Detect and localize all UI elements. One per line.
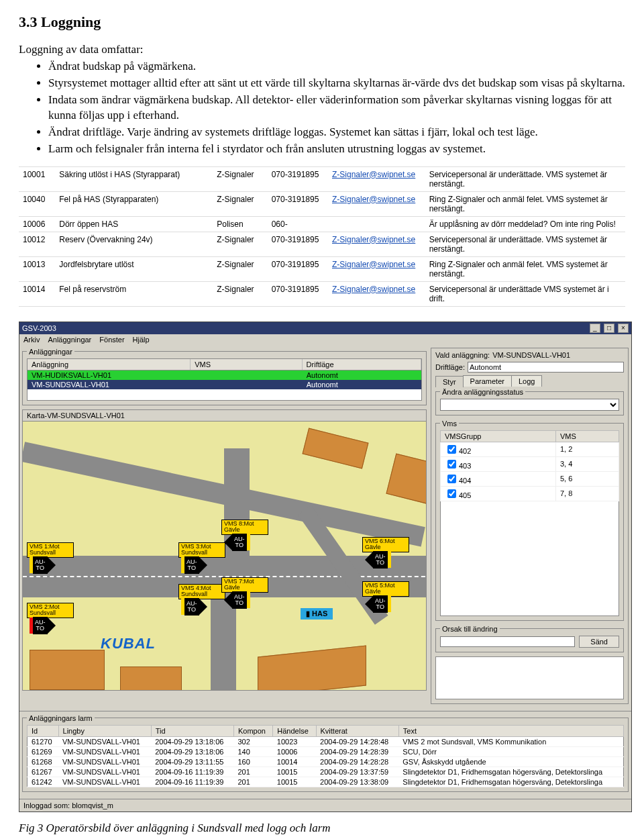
reason-legend: Orsak till ändring (440, 625, 500, 633)
vms-table[interactable]: VMSGruppVMS4021, 24033, 44045, 64057, 8 (440, 430, 619, 501)
alarm-log-row[interactable]: 61269VM-SUNDSVALL-VH012004-09-29 13:18:0… (28, 746, 624, 756)
column-header[interactable]: Anläggning (28, 359, 191, 370)
map-panel: Karta-VM-SUNDSVALL-VH01 KUBAL (22, 409, 427, 691)
reason-input[interactable] (440, 636, 575, 647)
column-header[interactable]: Tid (151, 725, 233, 736)
control-tabs: StyrParameterLogg (435, 375, 624, 387)
minimize-button[interactable]: _ (590, 324, 600, 333)
status-bar: Inloggad som: blomqvist_m (19, 799, 631, 811)
facilities-header: AnläggningVMSDriftläge (27, 358, 422, 371)
menu-item[interactable]: Arkiv (23, 336, 40, 344)
facility-row[interactable]: VM-HUDIKSVALL-VH01Autonomt (28, 371, 421, 380)
building (303, 428, 369, 469)
bullet-item: Styrsystemet mottager alltid efter att s… (48, 76, 625, 91)
alarm-row: 10012Reserv (Övervakning 24v)Z-Signaler0… (19, 232, 625, 256)
selected-label: Vald anläggning: (435, 351, 490, 359)
alarm-log-row[interactable]: 61242VM-SUNDSVALL-VH012004-09-16 11:19:3… (28, 777, 624, 787)
menu-item[interactable]: Anläggningar (48, 336, 91, 344)
column-header[interactable]: VMS (191, 359, 302, 370)
menu-bar: ArkivAnläggningarFönsterHjälp (19, 334, 631, 345)
vms-checkbox[interactable] (447, 460, 456, 469)
has-label: ▮ HAS (301, 608, 333, 620)
facilities-rows[interactable]: VM-HUDIKSVALL-VH01AutonomtVM-SUNDSVALL-V… (27, 371, 422, 401)
email-link[interactable]: Z-Signaler@swipnet.se (332, 195, 415, 204)
vms-row[interactable]: 4057, 8 (441, 486, 619, 501)
tab[interactable]: Styr (435, 376, 464, 387)
vms-sign[interactable]: AU- TO (365, 596, 391, 612)
column-header[interactable]: Id (28, 725, 59, 736)
email-link[interactable]: Z-Signaler@swipnet.se (332, 170, 415, 179)
maximize-button[interactable]: □ (604, 324, 614, 333)
email-link[interactable]: Z-Signaler@swipnet.se (332, 285, 415, 294)
tab[interactable]: Parameter (463, 375, 512, 387)
alarm-row: 10014Fel på reservströmZ-Signaler070-319… (19, 281, 625, 306)
vms-sign[interactable]: AU- TO (30, 618, 56, 634)
column-header[interactable]: VMS (556, 430, 619, 442)
section-heading: 3.3 Loggning (19, 13, 625, 31)
vms-legend: Vms (440, 420, 459, 428)
column-header[interactable]: Kompon (234, 725, 273, 736)
vms-sign[interactable]: AU- TO (365, 552, 391, 568)
mode-label: Driftläge: (435, 363, 465, 371)
menu-item[interactable]: Hjälp (133, 336, 150, 344)
vms-sign[interactable]: AU- TO (30, 557, 56, 573)
vms-sign[interactable]: AU- TO (181, 557, 207, 573)
vms-checkbox[interactable] (447, 445, 456, 454)
alarm-log-row[interactable]: 61268VM-SUNDSVALL-VH012004-09-29 13:11:5… (28, 756, 624, 767)
vms-label: VMS 1:Mot Sundsvall (27, 542, 74, 558)
alarm-row: 10013Jordfelsbrytare utlöstZ-Signaler070… (19, 256, 625, 281)
alarm-definitions-table: 10001Säkring utlöst i HAS (Styrapparat)Z… (19, 166, 625, 307)
alarms-panel: Anläggningars larm IdLingbyTidKomponHänd… (22, 714, 629, 792)
selected-facility-panel: Vald anläggning: VM-SUNDSVALL-VH01 Drift… (431, 348, 629, 704)
facilities-legend: Anläggningar (27, 348, 74, 356)
change-status-select[interactable] (440, 399, 619, 411)
close-button[interactable]: × (618, 324, 629, 333)
building (30, 650, 105, 690)
vms-sign[interactable]: AU- TO (224, 592, 250, 608)
column-header[interactable]: Lingby (58, 725, 151, 736)
vms-label: VMS 7:Mot Gävle (221, 577, 268, 593)
alarm-log-row[interactable]: 61270VM-SUNDSVALL-VH012004-09-29 13:18:0… (28, 736, 624, 746)
window-controls: _ □ × (588, 324, 629, 333)
column-header[interactable]: Kvitterat (316, 725, 398, 736)
window-title: GSV-2003 (22, 324, 56, 332)
tab[interactable]: Logg (511, 375, 542, 387)
vms-row[interactable]: 4045, 6 (441, 471, 619, 486)
column-header[interactable]: Driftläge (303, 359, 421, 370)
column-header[interactable]: Händelse (273, 725, 316, 736)
vms-checkbox[interactable] (447, 489, 456, 498)
bullet-item: Larm och felsignaler från interna fel i … (48, 142, 625, 157)
vms-sign[interactable]: AU- TO (181, 599, 207, 615)
building (258, 645, 366, 690)
intro-text: Loggning av data omfattar: (19, 43, 625, 56)
vms-row[interactable]: 4033, 4 (441, 456, 619, 471)
reason-group: Orsak till ändring Sänd (435, 625, 624, 652)
send-button[interactable]: Sänd (579, 636, 619, 648)
vms-label: VMS 2:Mot Sundsvall (27, 603, 74, 618)
mode-field[interactable] (468, 362, 624, 373)
alarm-log-row[interactable]: 61267VM-SUNDSVALL-VH012004-09-16 11:19:3… (28, 767, 624, 777)
alarm-row: 10006Dörr öppen HASPolisen060-Är upplåsn… (19, 216, 625, 232)
kubal-label: KUBAL (101, 635, 156, 652)
title-bar: GSV-2003 _ □ × (19, 322, 631, 334)
change-status-legend: Ändra anläggningsstatus (440, 388, 525, 396)
facilities-panel: Anläggningar AnläggningVMSDriftläge VM-H… (22, 348, 427, 405)
vms-sign[interactable]: AU- TO (224, 534, 250, 550)
vms-row[interactable]: 4021, 2 (441, 442, 619, 456)
vms-label: VMS 6:Mot Gävle (362, 537, 409, 552)
email-link[interactable]: Z-Signaler@swipnet.se (332, 260, 415, 269)
log-output (435, 656, 624, 699)
vms-checkbox[interactable] (447, 475, 456, 483)
building (120, 667, 182, 690)
map-canvas[interactable]: KUBAL ▮ HAS VMS 1:Mot SundsvallAU- TOVMS… (23, 422, 426, 690)
bullet-item: Ändrat budskap på vägmärkena. (48, 59, 625, 75)
road (211, 595, 236, 690)
menu-item[interactable]: Fönster (99, 336, 124, 344)
email-link[interactable]: Z-Signaler@swipnet.se (332, 235, 415, 244)
alarms-table[interactable]: IdLingbyTidKomponHändelseKvitteratText61… (27, 725, 624, 787)
column-header[interactable]: VMSGrupp (441, 430, 556, 442)
column-header[interactable]: Text (398, 725, 623, 736)
vms-label: VMS 8:Mot Gävle (221, 520, 268, 535)
vms-label: VMS 4:Mot Sundsvall (178, 584, 225, 599)
facility-row[interactable]: VM-SUNDSVALL-VH01Autonomt (28, 380, 421, 389)
